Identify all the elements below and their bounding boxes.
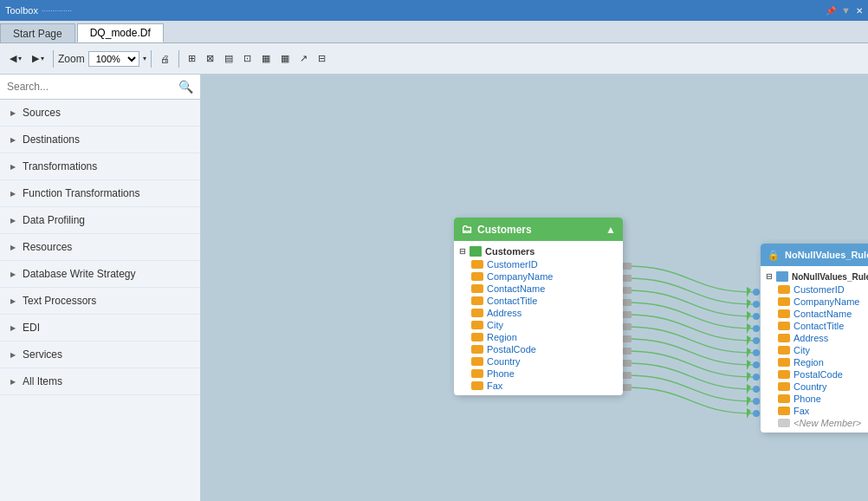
field-companyname[interactable]: CompanyName [454,270,623,283]
sidebar-item-function-transformations[interactable]: ▶ Function Transformations [0,180,200,207]
canvas[interactable]: 🗂 Customers ▲ ⊟ Customers CustomerID Com… [201,75,868,501]
sidebar-item-all-items[interactable]: ▶ All Items [0,368,200,395]
customers-collapse-btn[interactable]: ▲ [606,224,616,236]
svg-point-20 [753,398,760,405]
sidebar-label-transformations: Transformations [23,160,97,172]
customers-node[interactable]: 🗂 Customers ▲ ⊟ Customers CustomerID Com… [454,218,623,395]
field-city[interactable]: City [454,319,623,331]
svg-point-18 [753,374,760,381]
field-icon-customerid [471,260,483,269]
customers-table-icon [470,246,482,257]
nv-field-contactname[interactable]: ContactName [761,308,868,320]
sidebar-item-resources[interactable]: ▶ Resources [0,234,200,261]
tool-btn-4[interactable]: ⊡ [239,50,256,67]
field-phone[interactable]: Phone [454,368,623,380]
field-label-address: Address [487,308,521,318]
customers-node-body: ⊟ Customers CustomerID CompanyName Conta… [454,241,623,395]
tool-btn-8[interactable]: ⊟ [314,50,330,67]
field-icon-contactname [471,284,483,293]
redo-button[interactable]: ▶ ▾ [28,50,49,67]
tool-btn-1[interactable]: ⊞ [184,50,200,67]
main-layout: 🔍 ▶ Sources ▶ Destinations ▶ Transformat… [0,75,868,501]
field-address[interactable]: Address [454,307,623,319]
sidebar-item-database-write-strategy[interactable]: ▶ Database Write Strategy [0,261,200,288]
sidebar-item-text-processors[interactable]: ▶ Text Processors [0,288,200,315]
field-fax[interactable]: Fax [454,380,623,392]
customers-section-expand[interactable]: ⊟ [459,247,466,256]
nv-field-label-phone: Phone [794,394,821,404]
svg-marker-8 [747,384,751,394]
field-icon-companyname [471,272,483,281]
nv-field-label-address: Address [794,333,828,343]
nv-field-label-fax: Fax [794,406,809,416]
sidebar-item-destinations[interactable]: ▶ Destinations [0,127,200,153]
toolbox-titlebar: Toolbox ·············· 📌 ▼ ✕ [0,0,868,21]
tool-btn-6[interactable]: ▦ [276,50,294,67]
tool-icon-2: ⊠ [206,53,214,64]
undo-icon: ◀ [10,53,16,64]
field-region[interactable]: Region [454,331,623,343]
field-label-fax: Fax [487,381,502,391]
nv-field-new-member[interactable]: <New Member> [761,417,868,429]
expand-arrow-data-profiling: ▶ [10,217,16,224]
zoom-select[interactable]: 100% 75% 50% 125% 150% [88,51,139,67]
svg-point-13 [753,313,760,320]
tab-dq-mode[interactable]: DQ_mode.Df [77,23,164,42]
nv-field-icon-fax [778,407,790,415]
field-label-country: Country [487,356,521,367]
svg-point-21 [753,410,760,417]
svg-rect-37 [623,299,632,306]
pin-icon[interactable]: 📌 [826,6,836,16]
tool-btn-7[interactable]: ↗ [295,50,312,67]
separator-2 [151,50,152,68]
sidebar-label-services: Services [23,348,62,361]
nv-field-phone[interactable]: Phone [761,393,868,405]
field-label-city: City [487,320,503,330]
svg-marker-1 [747,299,751,309]
field-postalcode[interactable]: PostalCode [454,343,623,355]
toolbox-title: Toolbox [5,5,38,16]
tab-start-page[interactable]: Start Page [0,23,75,42]
tool-btn-2[interactable]: ⊠ [202,50,218,67]
nv-field-fax[interactable]: Fax [761,405,868,417]
svg-rect-39 [623,323,632,330]
sidebar-label-database-write-strategy: Database Write Strategy [23,268,136,280]
sidebar-item-edi[interactable]: ▶ EDI [0,315,200,342]
nv-field-label-contactname: ContactName [794,309,852,319]
nv-field-customerid[interactable]: CustomerID [761,283,868,296]
nv-field-contacttitle[interactable]: ContactTitle [761,320,868,332]
svg-rect-34 [623,263,632,270]
field-contacttitle[interactable]: ContactTitle [454,295,623,307]
nv-field-city[interactable]: City [761,344,868,356]
field-country[interactable]: Country [454,355,623,368]
tool-icon-6: ▦ [281,53,289,64]
field-customerid[interactable]: CustomerID [454,258,623,270]
svg-marker-7 [747,372,751,382]
field-icon-country [471,357,483,366]
svg-marker-9 [747,396,751,407]
sidebar-item-data-profiling[interactable]: ▶ Data Profiling [0,207,200,234]
expand-arrow-edi: ▶ [10,324,16,332]
print-button[interactable]: 🖨 [156,51,174,67]
tool-btn-3[interactable]: ▤ [220,50,237,67]
nv-field-companyname[interactable]: CompanyName [761,296,868,308]
field-contactname[interactable]: ContactName [454,283,623,295]
sidebar-item-sources[interactable]: ▶ Sources [0,100,200,127]
nv-field-postalcode[interactable]: PostalCode [761,368,868,381]
search-input[interactable] [7,81,173,93]
nv-field-region[interactable]: Region [761,356,868,368]
undo-button[interactable]: ◀ ▾ [5,50,26,67]
nonullvalues-section-expand[interactable]: ⊟ [766,272,773,281]
tool-btn-5[interactable]: ▦ [257,50,275,67]
field-icon-phone [471,369,483,378]
svg-point-16 [753,349,760,356]
nv-field-address[interactable]: Address [761,332,868,344]
field-label-postalcode: PostalCode [487,344,536,355]
sidebar-item-services[interactable]: ▶ Services [0,342,200,368]
expand-arrow-destinations: ▶ [10,136,16,144]
sidebar-item-transformations[interactable]: ▶ Transformations [0,153,200,180]
close-icon[interactable]: ✕ [856,6,863,16]
nonullvalues-node[interactable]: 🔒 NoNullValues_Rule ▲ ⊟ NoNullValues_Rul… [761,244,868,433]
nv-field-country[interactable]: Country [761,381,868,393]
sidebar-label-sources: Sources [23,107,61,119]
